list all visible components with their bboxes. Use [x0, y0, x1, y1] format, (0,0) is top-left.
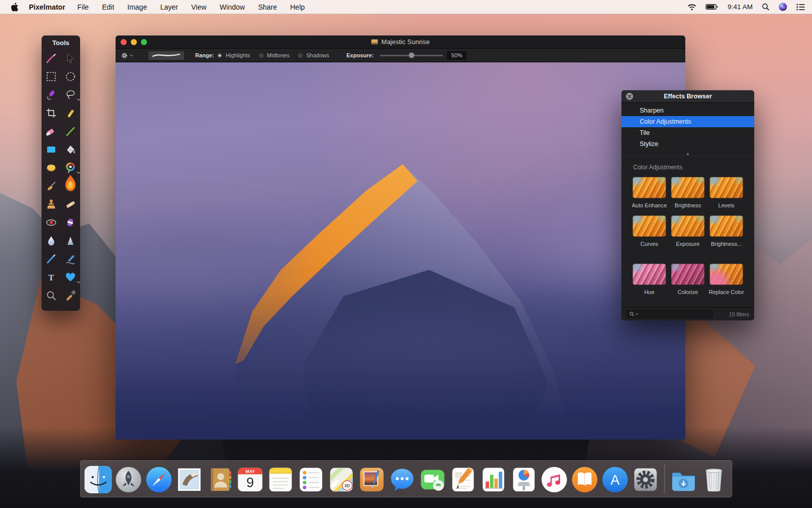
marquee-ellipse-tool[interactable] [61, 67, 80, 86]
tool-settings-button[interactable] [121, 52, 133, 59]
clone-stamp-tool[interactable] [42, 195, 61, 213]
radio-unselected[interactable] [298, 53, 303, 58]
pencil-line-tool[interactable] [61, 122, 80, 140]
image-canvas[interactable] [116, 62, 685, 440]
pencil-blue-tool[interactable] [42, 250, 61, 268]
dock-pixelmator[interactable] [358, 466, 386, 493]
dock-notes[interactable] [267, 466, 294, 493]
dock-finder[interactable] [85, 466, 112, 493]
category-tile[interactable]: Tile [621, 127, 754, 138]
clock[interactable]: 9:41 AM [727, 3, 753, 11]
notification-center-icon[interactable] [796, 4, 805, 11]
pen-freeform-tool[interactable] [61, 250, 80, 268]
radio-selected[interactable] [217, 53, 223, 58]
dock-launchpad[interactable] [115, 466, 142, 493]
filter-replace-color[interactable]: Replace Color [710, 264, 743, 295]
close-button[interactable] [121, 39, 127, 45]
range-option-highlights[interactable]: Highlights [217, 52, 250, 58]
lasso-tool[interactable] [61, 86, 80, 104]
radio-unselected[interactable] [259, 53, 264, 58]
filter-levels[interactable]: Levels [710, 177, 743, 208]
dock-ibooks[interactable] [571, 466, 599, 493]
move-tool[interactable] [61, 49, 80, 67]
crop-tool[interactable] [42, 104, 61, 122]
dock-maps[interactable]: 3D [328, 466, 355, 493]
menu-help[interactable]: Help [290, 3, 305, 11]
dock-facetime[interactable] [419, 466, 447, 493]
flame-tool[interactable] [61, 177, 80, 195]
sharpen-cone-tool[interactable] [61, 232, 80, 250]
sponge-tool[interactable] [61, 213, 80, 232]
quick-select-tool[interactable] [42, 86, 61, 104]
exposure-slider-thumb[interactable] [409, 53, 414, 58]
type-tool[interactable]: T [42, 268, 61, 286]
dock-reminders[interactable] [298, 466, 325, 493]
dock-messages[interactable] [389, 466, 416, 493]
paint-stroke-tool[interactable] [42, 49, 61, 67]
apple-menu[interactable] [11, 3, 19, 12]
siri-icon[interactable] [779, 3, 787, 11]
brush-preview[interactable] [149, 51, 184, 60]
zoom-tool[interactable] [42, 286, 61, 305]
window-titlebar[interactable]: Majestic Sunrise [116, 35, 685, 49]
shape-rect-tool[interactable] [42, 140, 61, 159]
dock-mail[interactable] [176, 466, 203, 493]
panel-resize-handle[interactable] [621, 150, 754, 156]
dock-keynote[interactable] [510, 466, 538, 493]
filter-brightness[interactable]: Brightness [671, 177, 705, 208]
wifi-icon[interactable] [687, 4, 696, 11]
filter-curves[interactable]: Curves [633, 215, 666, 247]
close-panel-button[interactable] [626, 93, 633, 100]
sponge-coin-tool[interactable] [42, 159, 61, 177]
filter-label: Brightness [675, 202, 701, 208]
category-sharpen[interactable]: Sharpen [621, 105, 754, 116]
filter-hue[interactable]: Hue [633, 264, 666, 295]
eraser-tool[interactable] [42, 122, 61, 140]
dock-calendar[interactable]: MAY9 [237, 466, 264, 493]
range-option-midtones[interactable]: Midtones [259, 52, 290, 58]
shape-heart-tool[interactable] [61, 268, 80, 286]
battery-icon[interactable] [706, 4, 718, 10]
menu-view[interactable]: View [191, 3, 206, 11]
dock-numbers[interactable] [480, 466, 507, 493]
dock-contacts[interactable] [206, 466, 234, 493]
range-option-shadows[interactable]: Shadows [298, 52, 329, 58]
filter-colorize[interactable]: Colorize [671, 264, 705, 295]
paint-bucket-tool[interactable] [61, 140, 80, 159]
spotlight-icon[interactable] [762, 3, 769, 11]
filter-search-field[interactable] [626, 310, 713, 318]
dock-pages[interactable] [450, 466, 477, 493]
notes-icon [267, 466, 294, 493]
exposure-slider[interactable] [380, 55, 443, 56]
healing-tool[interactable] [61, 195, 80, 213]
zoom-button[interactable] [141, 39, 147, 45]
menu-layer[interactable]: Layer [160, 3, 178, 11]
menu-edit[interactable]: Edit [102, 3, 114, 11]
eyedropper-tool[interactable] [61, 286, 80, 305]
filter-auto-enhance[interactable]: Auto Enhance [633, 177, 666, 208]
dock-app-store[interactable]: A [602, 466, 629, 493]
menu-file[interactable]: File [78, 3, 89, 11]
marquee-rect-tool[interactable] [42, 67, 61, 86]
dock-system-preferences[interactable] [632, 466, 659, 493]
menu-window[interactable]: Window [219, 3, 245, 11]
app-menu-name[interactable]: Pixelmator [29, 3, 65, 11]
category-stylize[interactable]: Stylize [621, 138, 754, 150]
pen-tool[interactable] [61, 104, 80, 122]
effects-browser-header[interactable]: Effects Browser [621, 90, 754, 103]
menu-image[interactable]: Image [127, 3, 147, 11]
filter-exposure[interactable]: Exposure [671, 215, 705, 247]
category-color-adjustments[interactable]: Color Adjustments [621, 116, 754, 127]
sponge-coin-icon [46, 162, 57, 173]
dock-trash[interactable] [700, 466, 728, 493]
blur-drop-tool[interactable] [42, 232, 61, 250]
red-eye-tool[interactable] [42, 213, 61, 232]
dock-safari[interactable] [145, 466, 173, 493]
menu-share[interactable]: Share [258, 3, 277, 11]
brush-tool[interactable] [42, 177, 61, 195]
dock-itunes[interactable] [541, 466, 568, 493]
dock-downloads[interactable] [670, 466, 697, 493]
filter-brightness-[interactable]: Brightness... [710, 215, 743, 247]
filter-thumbnail [671, 177, 705, 198]
minimize-button[interactable] [131, 39, 137, 45]
